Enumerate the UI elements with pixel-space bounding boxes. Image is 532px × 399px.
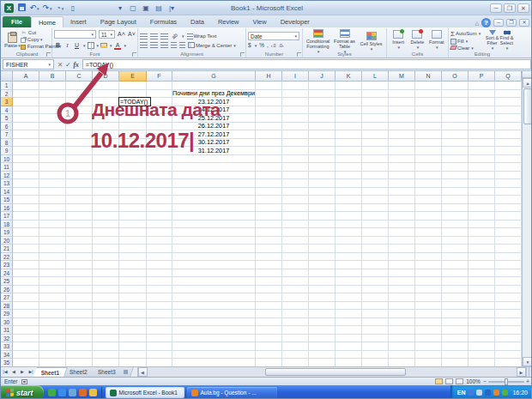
cell-M26[interactable] [389,286,415,294]
cell-M21[interactable] [389,245,415,253]
row-header-23[interactable]: 23 [1,261,13,269]
cell-Q19[interactable] [495,228,522,237]
cell-D1[interactable] [93,82,119,90]
cell-K33[interactable] [336,342,362,351]
cell-K29[interactable] [336,310,362,318]
cell-C8[interactable] [66,139,93,148]
cell-B20[interactable] [39,237,66,245]
column-header-J[interactable]: J [309,71,336,82]
cell-P10[interactable] [469,155,495,164]
cell-G26[interactable] [172,286,256,294]
cell-D22[interactable] [93,253,119,262]
cell-E7[interactable] [119,130,147,139]
cell-P2[interactable] [469,90,495,99]
cell-E14[interactable] [119,188,147,196]
cell-J12[interactable] [309,172,336,180]
cell-F22[interactable] [147,253,172,262]
cell-J2[interactable] [309,90,336,99]
cell-N3[interactable] [415,98,442,106]
cell-F13[interactable] [147,179,172,188]
cell-P11[interactable] [469,163,495,172]
cell-D15[interactable] [93,196,119,204]
cell-A17[interactable] [13,212,39,221]
cell-O14[interactable] [442,188,469,196]
cell-I28[interactable] [282,302,309,311]
cell-M5[interactable] [389,114,415,123]
cell-F9[interactable] [147,147,172,155]
cell-J1[interactable] [309,82,336,90]
cell-E35[interactable] [119,359,147,366]
cell-I30[interactable] [282,318,309,327]
cell-P9[interactable] [469,147,495,155]
cell-C1[interactable] [66,82,93,90]
cell-M28[interactable] [389,302,415,311]
cell-G31[interactable] [172,326,256,335]
cell-D7[interactable] [93,130,119,139]
cell-H1[interactable] [256,82,282,90]
cell-Q14[interactable] [495,188,522,196]
cell-N22[interactable] [415,253,442,262]
cell-E1[interactable] [119,82,147,90]
clear-button[interactable]: Clear▾ [450,45,485,51]
cell-K5[interactable] [336,114,362,123]
cell-A16[interactable] [13,204,39,213]
cell-C2[interactable] [66,90,93,99]
cell-D29[interactable] [93,310,119,318]
cell-F21[interactable] [147,245,172,253]
scroll-right-icon[interactable]: ▶ [517,367,526,377]
cell-J7[interactable] [309,130,336,139]
cell-J32[interactable] [309,335,336,343]
cell-F28[interactable] [147,302,172,311]
cell-H17[interactable] [256,212,282,221]
cell-C10[interactable] [66,155,93,164]
cell-N15[interactable] [415,196,442,204]
cell-J18[interactable] [309,221,336,229]
cell-I5[interactable] [282,114,309,123]
cell-F12[interactable] [147,172,172,180]
cell-A29[interactable] [13,310,39,318]
cell-N29[interactable] [415,310,442,318]
cell-I2[interactable] [282,90,309,99]
zoom-out-icon[interactable]: − [483,378,487,385]
cell-M32[interactable] [389,335,415,343]
cell-K6[interactable] [336,123,362,131]
cell-L20[interactable] [362,237,389,245]
cell-O13[interactable] [442,179,469,188]
cell-B32[interactable] [39,335,66,343]
close-button[interactable]: ✕ [517,3,529,13]
cell-D33[interactable] [93,342,119,351]
cell-M7[interactable] [389,130,415,139]
cell-L24[interactable] [362,269,389,278]
cell-I3[interactable] [282,98,309,106]
cell-G17[interactable] [172,212,256,221]
minimize-ribbon-icon[interactable]: △ [475,20,479,26]
cell-Q11[interactable] [495,163,522,172]
cell-B16[interactable] [39,204,66,213]
cell-A23[interactable] [13,261,39,269]
cell-H22[interactable] [256,253,282,262]
firefox-icon[interactable] [79,389,87,396]
row-header-7[interactable]: 7 [1,130,13,139]
cell-N31[interactable] [415,326,442,335]
cell-C12[interactable] [66,172,93,180]
cell-F34[interactable] [147,351,172,360]
cell-C31[interactable] [66,326,93,335]
cell-B4[interactable] [39,106,66,115]
cell-K12[interactable] [336,172,362,180]
cell-I27[interactable] [282,293,309,302]
cell-M18[interactable] [389,221,415,229]
cell-F27[interactable] [147,293,172,302]
cell-A15[interactable] [13,196,39,204]
cell-C27[interactable] [66,293,93,302]
cell-F1[interactable] [147,82,172,90]
folder-icon[interactable] [89,389,97,396]
cell-G30[interactable] [172,318,256,327]
cell-J9[interactable] [309,147,336,155]
cell-L15[interactable] [362,196,389,204]
cell-C25[interactable] [66,277,93,286]
cell-D34[interactable] [93,351,119,360]
cell-O26[interactable] [442,286,469,294]
cell-P34[interactable] [469,351,495,360]
cell-E12[interactable] [119,172,147,180]
cell-H33[interactable] [256,342,282,351]
